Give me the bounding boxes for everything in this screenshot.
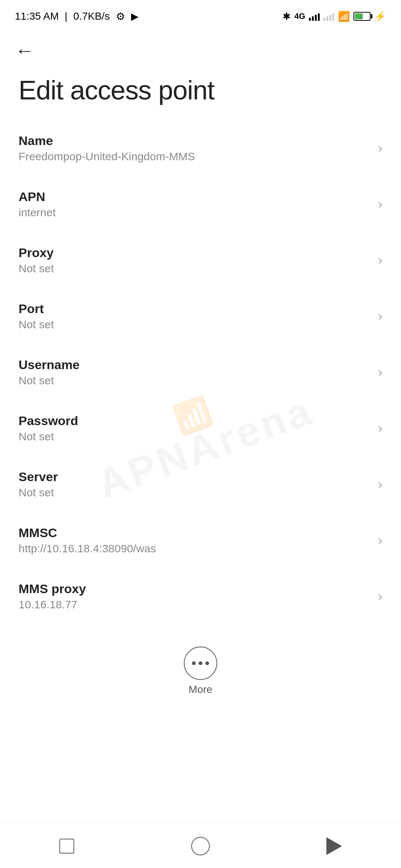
chevron-icon-mmsc: › [378,533,382,548]
dot-2 [199,661,202,665]
signal-4g-icon: 4G [294,11,305,21]
chevron-icon-name: › [378,141,382,156]
list-item-mmsc[interactable]: MMSC http://10.16.18.4:38090/was › [0,512,401,568]
item-value-username: Not set [19,374,371,387]
more-label: More [189,684,212,696]
nav-bar [0,823,401,868]
recents-icon [59,839,74,854]
item-value-mms-proxy: 10.16.18.77 [19,598,371,611]
item-content-mmsc: MMSC http://10.16.18.4:38090/was [19,526,371,555]
home-icon [191,837,210,855]
item-label-apn: APN [19,190,371,204]
battery-indicator [353,12,371,21]
nav-home-button[interactable] [186,831,215,861]
item-label-server: Server [19,470,371,484]
item-label-port: Port [19,302,371,316]
list-item-port[interactable]: Port Not set › [0,288,401,344]
chevron-icon-server: › [378,477,382,492]
list-item-password[interactable]: Password Not set › [0,400,401,456]
item-value-apn: internet [19,206,371,219]
speed-display: | [65,10,67,22]
nav-recents-button[interactable] [52,831,82,861]
signal-bars-2 [323,12,334,21]
list-item-mms-proxy[interactable]: MMS proxy 10.16.18.77 › [0,568,401,624]
item-label-proxy: Proxy [19,246,371,260]
list-item-username[interactable]: Username Not set › [0,344,401,400]
back-arrow-icon[interactable]: ← [15,41,34,60]
item-value-proxy: Not set [19,262,371,275]
chevron-icon-apn: › [378,197,382,212]
item-content-username: Username Not set [19,358,371,387]
item-label-password: Password [19,414,371,428]
more-button-area[interactable]: More [0,635,401,703]
page-title: Edit access point [0,68,401,120]
item-content-apn: APN internet [19,190,371,219]
list-item-proxy[interactable]: Proxy Not set › [0,232,401,288]
back-area[interactable]: ← [0,30,401,68]
item-content-mms-proxy: MMS proxy 10.16.18.77 [19,582,371,611]
item-label-name: Name [19,134,371,148]
item-label-mmsc: MMSC [19,526,371,540]
settings-icon: ⚙ [116,10,125,23]
list-item-apn[interactable]: APN internet › [0,176,401,232]
item-value-port: Not set [19,318,371,331]
signal-bars-1 [309,12,320,21]
status-bar: 11:35 AM | 0.7KB/s ⚙ ▶ ✱ 4G 📶 ⚡ [0,0,401,30]
dot-1 [192,661,196,665]
chevron-icon-proxy: › [378,253,382,268]
battery-box [353,12,371,21]
more-dots-icon [192,661,209,665]
chevron-icon-port: › [378,309,382,324]
video-icon: ▶ [131,11,138,22]
chevron-icon-username: › [378,365,382,380]
time-display: 11:35 AM [15,10,59,22]
item-content-port: Port Not set [19,302,371,331]
item-value-mmsc: http://10.16.18.4:38090/was [19,542,371,555]
item-content-name: Name Freedompop-United-Kingdom-MMS [19,134,371,163]
battery-fill [355,13,363,19]
item-label-username: Username [19,358,371,372]
status-right: ✱ 4G 📶 ⚡ [283,11,386,22]
status-left: 11:35 AM | 0.7KB/s ⚙ ▶ [15,10,138,23]
chevron-icon-password: › [378,421,382,436]
back-button[interactable]: ← [15,41,386,60]
list-item-name[interactable]: Name Freedompop-United-Kingdom-MMS › [0,120,401,176]
settings-list: Name Freedompop-United-Kingdom-MMS › APN… [0,120,401,624]
item-value-name: Freedompop-United-Kingdom-MMS [19,150,371,163]
dot-3 [205,661,209,665]
item-content-server: Server Not set [19,470,371,499]
item-label-mms-proxy: MMS proxy [19,582,371,596]
network-speed: 0.7KB/s [74,10,110,22]
item-value-server: Not set [19,486,371,499]
wifi-icon: 📶 [338,11,350,22]
item-value-password: Not set [19,430,371,443]
list-item-server[interactable]: Server Not set › [0,456,401,512]
charging-icon: ⚡ [374,11,386,22]
more-button[interactable] [184,647,217,680]
back-icon [326,837,342,855]
nav-back-button[interactable] [319,831,349,861]
bluetooth-icon: ✱ [283,11,291,22]
item-content-password: Password Not set [19,414,371,443]
item-content-proxy: Proxy Not set [19,246,371,275]
chevron-icon-mms-proxy: › [378,589,382,604]
